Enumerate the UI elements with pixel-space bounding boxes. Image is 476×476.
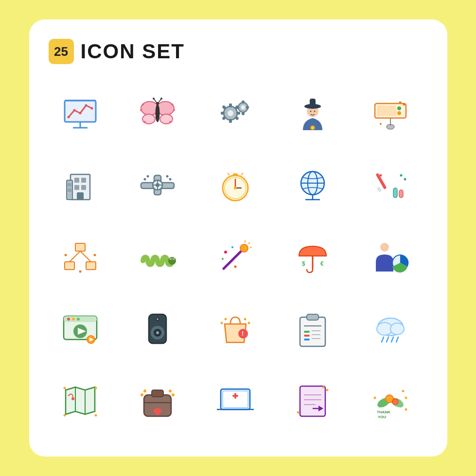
- svg-point-102: [93, 254, 96, 256]
- svg-rect-48: [377, 105, 396, 116]
- svg-point-55: [403, 103, 405, 106]
- icon-speaker: [126, 297, 189, 360]
- svg-text:€: €: [320, 260, 324, 267]
- svg-point-164: [63, 387, 66, 390]
- svg-point-13: [156, 104, 159, 122]
- icon-thank-you: THANK YOU: [359, 369, 422, 432]
- svg-point-196: [405, 397, 407, 399]
- svg-point-137: [157, 318, 159, 320]
- svg-rect-179: [234, 393, 236, 399]
- icon-stopwatch: [204, 153, 267, 217]
- svg-rect-60: [74, 185, 79, 190]
- svg-point-121: [380, 243, 389, 252]
- icons-grid: $ €: [49, 82, 428, 432]
- svg-point-188: [297, 411, 300, 414]
- icon-clipboard: [281, 297, 344, 360]
- svg-point-56: [380, 123, 382, 125]
- svg-point-197: [402, 390, 404, 392]
- svg-point-24: [169, 121, 171, 123]
- main-card: 25 ICON SET: [29, 19, 447, 457]
- svg-point-108: [173, 258, 174, 259]
- svg-line-99: [70, 251, 80, 262]
- icon-building: [49, 153, 112, 217]
- svg-rect-92: [399, 190, 403, 198]
- svg-rect-29: [221, 112, 225, 115]
- svg-point-75: [169, 178, 172, 181]
- icon-presentation-chart: [49, 82, 112, 145]
- icon-butterfly: [126, 82, 189, 145]
- svg-point-23: [144, 121, 146, 123]
- svg-line-156: [382, 337, 384, 342]
- svg-point-18: [160, 98, 162, 100]
- svg-line-82: [228, 173, 229, 175]
- icon-web-video: [49, 297, 112, 360]
- svg-point-54: [399, 102, 401, 104]
- svg-text:$: $: [302, 260, 305, 267]
- svg-rect-62: [77, 192, 84, 200]
- svg-point-198: [405, 408, 407, 411]
- svg-point-165: [94, 387, 97, 390]
- svg-rect-90: [377, 187, 382, 192]
- svg-text:THANK: THANK: [377, 410, 390, 414]
- svg-point-17: [153, 98, 155, 100]
- svg-point-135: [156, 331, 159, 334]
- svg-point-110: [240, 244, 248, 252]
- svg-point-141: [220, 322, 223, 324]
- svg-point-49: [397, 106, 401, 110]
- icon-lab-tools: [359, 153, 422, 217]
- svg-point-50: [397, 111, 401, 115]
- svg-line-113: [248, 242, 250, 244]
- svg-point-93: [379, 174, 382, 177]
- icon-gears: [204, 82, 267, 145]
- svg-rect-149: [304, 339, 310, 340]
- svg-text:!: !: [242, 330, 244, 337]
- svg-point-8: [90, 107, 93, 110]
- svg-rect-169: [152, 390, 163, 397]
- svg-point-114: [224, 251, 227, 254]
- svg-point-155: [390, 323, 404, 335]
- svg-point-46: [314, 111, 316, 112]
- svg-rect-180: [300, 386, 325, 416]
- svg-rect-38: [242, 112, 245, 115]
- svg-point-187: [326, 389, 329, 391]
- svg-rect-39: [236, 106, 239, 109]
- svg-text:YOU: YOU: [378, 415, 387, 419]
- svg-point-74: [166, 175, 169, 178]
- svg-point-117: [234, 266, 236, 268]
- svg-point-104: [168, 257, 176, 265]
- svg-point-103: [79, 271, 81, 273]
- svg-rect-64: [68, 183, 71, 187]
- svg-point-80: [234, 187, 237, 189]
- svg-rect-40: [246, 106, 249, 109]
- svg-marker-160: [66, 387, 95, 414]
- icon-globe: [281, 153, 344, 217]
- svg-point-125: [67, 318, 70, 321]
- icon-umbrella-money: $ €: [281, 225, 344, 289]
- svg-point-143: [247, 322, 250, 324]
- icon-network-device: [359, 82, 422, 145]
- svg-point-72: [147, 175, 149, 178]
- icon-document-arrow: [281, 369, 344, 432]
- svg-point-173: [169, 390, 172, 392]
- svg-point-26: [228, 110, 233, 116]
- svg-point-44: [311, 126, 315, 130]
- svg-point-107: [170, 258, 171, 259]
- icon-worm: [126, 225, 189, 289]
- svg-line-157: [387, 337, 388, 342]
- svg-rect-43: [310, 99, 316, 107]
- svg-rect-27: [229, 103, 232, 107]
- svg-point-174: [172, 393, 175, 396]
- svg-point-126: [72, 318, 75, 321]
- svg-point-171: [143, 390, 146, 392]
- svg-rect-59: [81, 178, 86, 183]
- svg-point-186: [322, 386, 325, 389]
- icon-cloud-rain: [359, 297, 422, 360]
- svg-point-115: [231, 246, 233, 248]
- svg-point-20: [140, 109, 142, 111]
- svg-point-195: [373, 397, 376, 399]
- svg-point-192: [392, 399, 398, 405]
- svg-point-172: [141, 393, 143, 396]
- icon-travel-bag: [126, 369, 189, 432]
- svg-rect-81: [233, 173, 238, 176]
- svg-point-167: [94, 414, 97, 417]
